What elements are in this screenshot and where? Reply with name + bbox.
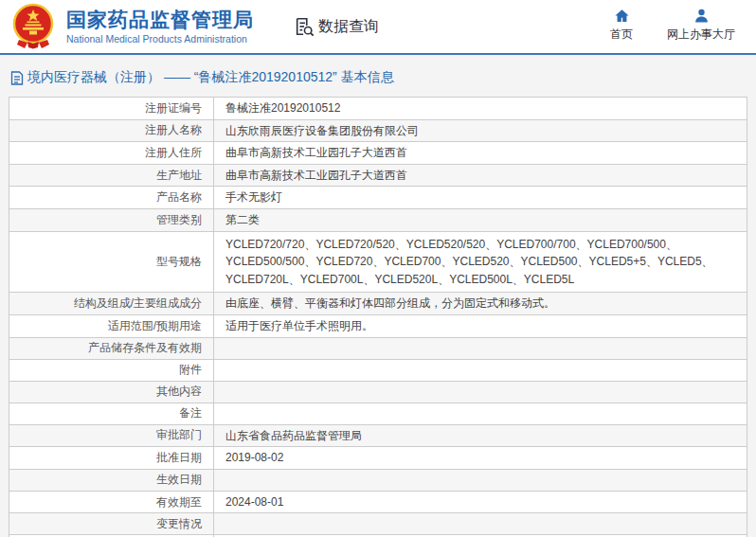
row-value: 适用于医疗单位手术照明用。 — [214, 314, 747, 337]
row-value: 2024-08-01 — [214, 491, 747, 513]
row-label: 适用范围/预期用途 — [9, 314, 214, 337]
table-row: 有效期至 2024-08-01 — [9, 491, 747, 513]
row-label: 产品名称 — [9, 187, 214, 209]
breadcrumb-doc-icon — [10, 71, 24, 85]
row-label-text: 管理类别 — [156, 213, 202, 226]
data-query-label: 数据查询 — [318, 17, 379, 37]
row-label-text: 备注 — [179, 406, 202, 420]
row-label: 注册人住所 — [9, 142, 214, 165]
row-label-text: 变更情况 — [156, 517, 202, 530]
home-icon — [614, 8, 630, 24]
row-label: 其他内容 — [9, 381, 214, 403]
row-label-text: 生效日期 — [156, 473, 202, 486]
row-label-text: 适用范围/预期用途 — [108, 319, 202, 332]
agency-brand: 国家药品监督管理局 National Medical Products Admi… — [66, 9, 254, 45]
row-label-text: 其他内容 — [156, 385, 202, 398]
nav-home[interactable]: 首页 — [610, 8, 633, 43]
row-value: 由底座、横臂、平衡器和灯体四部分组成，分为固定式和移动式。 — [214, 293, 747, 315]
row-value: 山东欣雨辰医疗设备集团股份有限公司 — [214, 119, 747, 142]
row-value: 曲阜市高新技术工业园孔子大道西首 — [214, 142, 747, 165]
nav-service-hall-label: 网上办事大厅 — [667, 27, 735, 43]
info-table-body: 注册证编号 鲁械注准20192010512 注册人名称 山东欣雨辰医疗设备集团股… — [9, 98, 747, 537]
row-value: YCLED720/720、YCLED720/520、YCLED520/520、Y… — [214, 231, 747, 293]
nav-home-label: 首页 — [610, 27, 633, 43]
table-row: 附件 — [9, 359, 747, 381]
row-label-text: 注册人住所 — [145, 146, 202, 159]
breadcrumb-text: 境内医疗器械（注册） —— “鲁械注准20192010512” 基本信息 — [27, 69, 394, 86]
agency-subtitle: National Medical Products Administration — [66, 33, 254, 45]
row-value: 手术无影灯 — [214, 187, 747, 209]
nav-service-hall[interactable]: 网上办事大厅 — [667, 8, 735, 43]
table-row: 生效日期 — [9, 469, 747, 491]
table-row: 注册证编号 鲁械注准20192010512 — [9, 98, 747, 120]
row-label-text: 注册人名称 — [145, 123, 202, 136]
row-label-text: 注册证编号 — [145, 101, 202, 115]
table-row: 型号规格 YCLED720/720、YCLED720/520、YCLED520/… — [9, 231, 747, 293]
row-value — [214, 513, 747, 535]
data-query-tab[interactable]: 数据查询 — [294, 16, 379, 37]
row-label: 附件 — [9, 359, 214, 381]
row-value — [214, 381, 747, 403]
row-value — [214, 469, 747, 491]
row-label-text: 型号规格 — [156, 255, 202, 268]
row-label: 生效日期 — [9, 469, 214, 491]
table-row: 审批部门 山东省食品药品监督管理局 — [9, 424, 747, 447]
row-label: 结构及组成/主要组成成分 — [9, 293, 214, 315]
row-value: 第二类 — [214, 208, 747, 231]
row-label-text: 产品名称 — [156, 190, 202, 204]
content-area: 境内医疗器械（注册） —— “鲁械注准20192010512” 基本信息 注册证… — [0, 55, 756, 537]
breadcrumb: 境内医疗器械（注册） —— “鲁械注准20192010512” 基本信息 — [9, 55, 747, 97]
row-label-text: 附件 — [179, 363, 202, 376]
table-row: 生产地址 曲阜市高新技术工业园孔子大道西首 — [9, 164, 747, 187]
row-label-text: 有效期至 — [156, 495, 202, 509]
row-label: 审批部门 — [9, 424, 214, 447]
row-label: 变更情况 — [9, 513, 214, 535]
row-label-text: 审批部门 — [156, 428, 202, 441]
table-row: 注册人住所 曲阜市高新技术工业园孔子大道西首 — [9, 142, 747, 165]
table-row: 备注 — [9, 403, 747, 424]
table-row: 产品名称 手术无影灯 — [9, 187, 747, 209]
row-label: 注册人名称 — [9, 119, 214, 142]
row-value: 山东省食品药品监督管理局 — [214, 424, 747, 447]
table-row: 注册人名称 山东欣雨辰医疗设备集团股份有限公司 — [9, 119, 747, 142]
row-label: 批准日期 — [9, 447, 214, 470]
row-label: 型号规格 — [9, 231, 214, 293]
emblem-icon — [9, 2, 57, 51]
row-value: 2019-08-02 — [214, 447, 747, 470]
table-row: 变更情况 — [9, 513, 747, 535]
table-row: 适用范围/预期用途 适用于医疗单位手术照明用。 — [9, 314, 747, 337]
table-row: 管理类别 第二类 — [9, 208, 747, 231]
row-value — [214, 403, 747, 424]
doc-search-icon — [294, 16, 315, 37]
row-label: 管理类别 — [9, 208, 214, 231]
agency-title: 国家药品监督管理局 — [66, 9, 254, 31]
row-value: 鲁械注准20192010512 — [214, 98, 747, 120]
page-header: 国家药品监督管理局 National Medical Products Admi… — [0, 0, 756, 55]
row-label-text: 批准日期 — [156, 451, 202, 464]
row-value — [214, 337, 747, 359]
row-value: 曲阜市高新技术工业园孔子大道西首 — [214, 164, 747, 187]
row-label-text: 产品储存条件及有效期 — [88, 341, 202, 354]
registration-info-table: 注册证编号 鲁械注准20192010512 注册人名称 山东欣雨辰医疗设备集团股… — [9, 97, 747, 537]
table-row: 其他内容 — [9, 381, 747, 403]
table-row: 产品储存条件及有效期 — [9, 337, 747, 359]
row-label: 生产地址 — [9, 164, 214, 187]
top-nav: 首页 网上办事大厅 — [610, 8, 735, 43]
row-label: 备注 — [9, 403, 214, 424]
user-icon — [693, 8, 710, 24]
table-row: 批准日期 2019-08-02 — [9, 447, 747, 470]
table-row: 结构及组成/主要组成成分 由底座、横臂、平衡器和灯体四部分组成，分为固定式和移动… — [9, 293, 747, 315]
row-label: 有效期至 — [9, 491, 214, 513]
row-value — [214, 359, 747, 381]
row-label: 产品储存条件及有效期 — [9, 337, 214, 359]
row-label-text: 结构及组成/主要组成成分 — [74, 296, 202, 310]
row-label: 注册证编号 — [9, 98, 214, 120]
row-label-text: 生产地址 — [156, 169, 202, 182]
